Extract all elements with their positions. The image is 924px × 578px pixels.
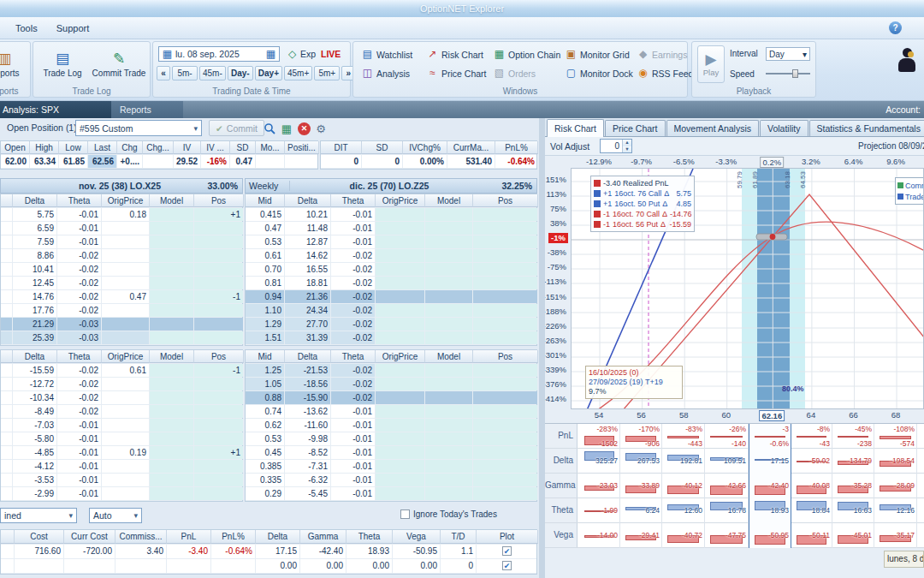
tab-reports[interactable]: Reports — [111, 101, 183, 118]
jump-back-button[interactable]: « — [157, 66, 170, 80]
table-row[interactable]: -4.12-0.01 — [1, 460, 242, 474]
option-chain-button[interactable]: ▦ Option Chain — [490, 46, 564, 63]
exp-toggle[interactable]: ◇ Exp — [283, 46, 319, 62]
nav-5m-minus[interactable]: 5m- — [172, 66, 198, 80]
table-row[interactable]: -3.53-0.01 — [1, 474, 242, 487]
table-row[interactable]: 17.76-0.02 — [1, 304, 242, 318]
ignore-trades-checkbox[interactable]: ✔ — [400, 509, 410, 519]
price-chart-button[interactable]: ≈ Price Chart — [424, 65, 490, 81]
table-row[interactable]: OpenHighLowLastChgChg...IVIV ...SDMo...P… — [1, 141, 317, 155]
tab-statistics[interactable]: Statistics & Fundamentals — [809, 120, 924, 136]
gear-icon[interactable]: ⚙ — [313, 121, 329, 136]
menu-tools[interactable]: Tools — [7, 21, 46, 36]
rss-feed-button[interactable]: ◉ RSS Feed — [634, 65, 696, 81]
table-row[interactable]: 0.335-6.32-0.01 — [246, 474, 536, 487]
table-row[interactable]: CostCurr CostCommiss...PnLPnL%DeltaGamma… — [1, 530, 536, 545]
table-row[interactable]: 0.74-13.62-0.01 — [246, 405, 536, 419]
play-button[interactable]: ▶ Play — [697, 45, 725, 83]
table-row[interactable]: -2.99-0.01 — [1, 487, 242, 501]
table-row[interactable]: DeltaThetaOrigPriceModelPos — [1, 194, 242, 208]
menu-support[interactable]: Support — [48, 21, 98, 36]
table-row[interactable]: 12.45-0.02 — [1, 277, 242, 290]
table-row[interactable]: 0.45-8.52-0.01 — [246, 446, 536, 460]
table-row[interactable]: -10.34-0.02 — [1, 391, 242, 405]
table-row[interactable]: -12.72-0.02 — [1, 378, 242, 391]
tab-volatility[interactable]: Volatility — [760, 120, 808, 136]
table-row[interactable]: -8.49-0.02 — [1, 405, 242, 419]
spin-down-icon[interactable]: ▼ — [623, 146, 631, 153]
auto-select[interactable]: Auto ▾ — [89, 508, 142, 523]
float-line-1[interactable]: Comm... — [897, 180, 924, 191]
table-row[interactable]: 1.2927.70-0.02 — [246, 318, 536, 331]
table-row[interactable]: 0.88-15.90-0.02 — [246, 391, 536, 405]
tab-analysis-spx[interactable]: Analysis: SPX — [0, 101, 111, 118]
combined-select[interactable]: ined ▾ — [0, 508, 77, 523]
table-row[interactable]: 25.39-0.03 — [1, 331, 242, 345]
tab-price-chart[interactable]: Price Chart — [605, 120, 666, 136]
nav-day-plus[interactable]: Day+ — [255, 66, 282, 80]
trading-date-field[interactable]: ▦ lu. 08 sep. 2025 ▦ — [158, 46, 280, 62]
monitor-dock-button[interactable]: ▢ Monitor Dock — [562, 65, 637, 81]
table-row[interactable]: MidDeltaThetaOrigPriceModelPos — [246, 194, 536, 208]
nav-5m-plus[interactable]: 5m+ — [314, 66, 340, 80]
monitor-grid-button[interactable]: ▣ Monitor Grid — [562, 46, 633, 63]
titlebar[interactable]: OptionNET Explorer — [0, 0, 924, 17]
table-row[interactable]: 1.25-21.53-0.02 — [246, 364, 536, 378]
table-row[interactable]: 0.5312.87-0.01 — [246, 235, 536, 249]
plot-checkbox[interactable]: ✔ — [502, 546, 512, 556]
nav-45m-minus[interactable]: 45m- — [199, 66, 226, 80]
analysis-button[interactable]: ◫ Analysis — [358, 65, 413, 81]
expiry-header-nov[interactable]: nov. 25 (38) LO.X25 33.00% — [0, 178, 243, 194]
earnings-button[interactable]: ◆ Earnings — [634, 46, 690, 63]
table-row[interactable]: 0.62-11.60-0.01 — [246, 419, 536, 432]
table-row[interactable]: 7.59-0.01 — [1, 235, 242, 249]
table-row[interactable]: -15.59-0.020.61-1 — [1, 364, 242, 378]
table-row[interactable]: 0.53-9.98-0.01 — [246, 432, 536, 446]
plot-checkbox[interactable]: ✔ — [502, 561, 512, 570]
commit-trade-button[interactable]: ✎ Commit Trade — [92, 45, 146, 84]
table-row[interactable]: 0.6114.62-0.02 — [246, 249, 536, 263]
add-window-icon[interactable]: ▦ — [279, 121, 294, 136]
table-row[interactable]: DITSDIVChg%CurrMa...PnL% — [321, 141, 536, 155]
table-row[interactable]: 21.29-0.03 — [1, 318, 242, 331]
spin-up-icon[interactable]: ▲ — [623, 140, 631, 146]
table-row[interactable]: 0.000.000.000.000✔ — [1, 559, 536, 574]
table-row[interactable]: 8.86-0.02 — [1, 249, 242, 263]
table-row[interactable]: 000.00%531.40-0.64% — [321, 155, 536, 169]
table-row[interactable]: 10.41-0.02 — [1, 263, 242, 277]
panel-splitter[interactable] — [539, 118, 545, 578]
position-preset-select[interactable]: #595 Custom ▾ — [75, 120, 202, 136]
trade-log-button[interactable]: ▤ Trade Log — [35, 45, 90, 84]
risk-chart-button[interactable]: ↗ Risk Chart — [424, 46, 487, 63]
table-row[interactable]: 0.9421.36-0.02 — [246, 290, 536, 304]
table-row[interactable]: MidDeltaThetaOrigPriceModelPos — [246, 350, 536, 364]
expiry-header-dic[interactable]: Weekly dic. 25 (70) LO.Z25 32.25% — [245, 178, 537, 194]
slider-handle[interactable] — [792, 69, 798, 78]
table-row[interactable]: 1.05-18.56-0.02 — [246, 378, 536, 391]
risk-graph[interactable]: 59.79 61.89 63.18 64.53 -3.40 Realized P… — [571, 168, 924, 409]
tab-risk-chart[interactable]: Risk Chart — [547, 119, 604, 137]
tab-movement-analysis[interactable]: Movement Analysis — [666, 120, 759, 136]
table-row[interactable]: 0.41510.21-0.01 — [246, 208, 536, 222]
table-row[interactable]: -5.80-0.01 — [1, 432, 242, 446]
table-row[interactable]: 62.0063.3461.8562.56+0....29.52-16%0.47 — [1, 155, 317, 169]
table-row[interactable]: 0.8118.81-0.02 — [246, 277, 536, 290]
help-icon[interactable]: ? — [889, 21, 902, 34]
table-row[interactable]: 14.76-0.020.47-1 — [1, 290, 242, 304]
table-row[interactable]: 1.1024.34-0.02 — [246, 304, 536, 318]
table-row[interactable]: 0.7016.55-0.02 — [246, 263, 536, 277]
table-row[interactable]: 1.5131.39-0.02 — [246, 331, 536, 345]
float-line-2[interactable]: Trade C... — [897, 191, 924, 202]
table-row[interactable]: 6.59-0.01 — [1, 222, 242, 235]
nav-45m-plus[interactable]: 45m+ — [284, 66, 312, 80]
close-position-icon[interactable]: ✕ — [298, 122, 311, 135]
table-row[interactable]: DeltaThetaOrigPriceModelPos — [1, 350, 242, 364]
calendar-dropdown-icon[interactable]: ▦ — [265, 49, 276, 60]
interval-select[interactable]: Day ▾ — [766, 47, 810, 61]
commit-button[interactable]: ✔ Commit — [209, 120, 264, 136]
table-row[interactable]: 716.60-720.003.40-3.40-0.64%17.15-42.401… — [1, 545, 536, 559]
reports-button[interactable]: ▥ Reports — [0, 45, 32, 84]
watchlist-button[interactable]: ▤ Watchlist — [358, 46, 416, 63]
orders-button[interactable]: ▧ Orders — [490, 65, 539, 81]
speed-slider[interactable] — [766, 68, 810, 80]
